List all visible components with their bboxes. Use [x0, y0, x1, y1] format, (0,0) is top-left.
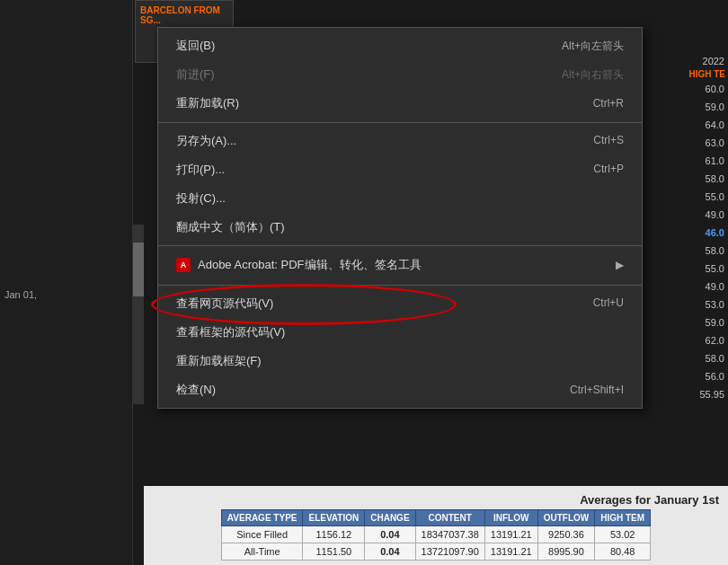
table-row: Since Filled 1156.12 0.04 18347037.38 13…	[221, 526, 650, 543]
menu-label-cast: 投射(C)...	[176, 190, 226, 207]
context-menu: 返回(B) Alt+向左箭头 前进(F) Alt+向右箭头 重新加载(R) Ct…	[157, 27, 643, 409]
menu-item-reload-frame[interactable]: 重新加载框架(F)	[158, 347, 642, 375]
num-62: 62.0	[679, 331, 728, 349]
col-header-outflow: OUTFLOW	[537, 510, 595, 526]
menu-label-view-frame-source: 查看框架的源代码(V)	[176, 324, 285, 340]
col-header-inflow: INFLOW	[484, 510, 537, 526]
averages-table: AVERAGE TYPE ELEVATION CHANGE CONTENT IN…	[221, 509, 651, 561]
menu-item-reload[interactable]: 重新加载(R) Ctrl+R	[158, 89, 642, 118]
cell-content-1: 18347037.38	[415, 526, 484, 543]
num-49a: 49.0	[679, 206, 728, 224]
menu-label-translate: 翻成中文（简体）(T)	[176, 219, 285, 235]
cell-high-tem-1: 53.02	[595, 526, 651, 543]
menu-item-cast[interactable]: 投射(C)...	[158, 184, 642, 213]
num-60: 60.0	[679, 80, 728, 98]
cell-change-2: 0.04	[365, 543, 415, 561]
numbers-column: 2022 HIGH TE 60.0 59.0 64.0 63.0 61.0 58…	[679, 0, 728, 467]
table-header-row: AVERAGE TYPE ELEVATION CHANGE CONTENT IN…	[221, 510, 650, 526]
cell-elevation-2: 1151.50	[303, 543, 365, 561]
menu-label-reload: 重新加载(R)	[176, 95, 239, 111]
menu-item-forward[interactable]: 前进(F) Alt+向右箭头	[158, 60, 642, 89]
submenu-arrow-icon: ▶	[616, 258, 624, 273]
acrobat-icon: A	[176, 258, 191, 272]
cell-high-tem-2: 80.48	[595, 543, 651, 561]
col-header-content: CONTENT	[415, 510, 484, 526]
separator-2	[158, 245, 642, 246]
cell-content-2: 13721097.90	[415, 543, 484, 561]
menu-label-acrobat: Adobe Acrobat: PDF编辑、转化、签名工具	[198, 257, 422, 273]
menu-item-view-source[interactable]: 查看网页源代码(V) Ctrl+U	[158, 289, 642, 318]
menu-label-forward: 前进(F)	[176, 66, 215, 83]
cell-outflow-1: 9250.36	[537, 526, 595, 543]
left-sidebar: Jan 01,	[0, 0, 133, 565]
menu-label-print: 打印(P)...	[176, 162, 225, 178]
col-header-average-type: AVERAGE TYPE	[221, 510, 303, 526]
table-title: Averages for January 1st	[144, 490, 728, 509]
num-55a: 55.0	[679, 188, 728, 206]
scrollbar-thumb[interactable]	[133, 243, 144, 296]
num-56: 56.0	[679, 367, 728, 385]
num-61: 61.0	[679, 152, 728, 170]
col-header-high-tem: HIGH TEM	[595, 510, 651, 526]
col-header-change: CHANGE	[365, 510, 415, 526]
menu-shortcut-forward: Alt+向右箭头	[562, 67, 624, 83]
menu-item-back[interactable]: 返回(B) Alt+向左箭头	[158, 31, 642, 60]
num-59: 59.0	[679, 98, 728, 116]
jan-date-text: Jan 01,	[0, 287, 133, 302]
num-64: 64.0	[679, 116, 728, 134]
num-5595: 55.95	[679, 385, 728, 403]
menu-label-back: 返回(B)	[176, 38, 215, 54]
cell-type-2: All-Time	[221, 543, 303, 561]
cell-type-1: Since Filled	[221, 526, 303, 543]
cell-elevation-1: 1156.12	[303, 526, 365, 543]
num-53: 53.0	[679, 296, 728, 313]
menu-shortcut-reload: Ctrl+R	[593, 96, 624, 111]
num-59b: 59.0	[679, 313, 728, 331]
menu-label-save-as: 另存为(A)...	[176, 133, 236, 149]
cell-inflow-1: 13191.21	[484, 526, 537, 543]
year-label: 2022	[679, 54, 728, 68]
num-58c: 58.0	[679, 349, 728, 367]
menu-shortcut-inspect: Ctrl+Shift+I	[570, 383, 624, 398]
num-46: 46.0	[679, 224, 728, 242]
separator-3	[158, 285, 642, 286]
menu-label-inspect: 检查(N)	[176, 382, 216, 398]
barcelona-title: BARCELON FROM SG...	[140, 5, 228, 25]
num-58a: 58.0	[679, 170, 728, 188]
scrollbar[interactable]	[133, 225, 144, 404]
col-header-elevation: ELEVATION	[303, 510, 365, 526]
cell-inflow-2: 13191.21	[484, 543, 537, 561]
menu-label-view-source: 查看网页源代码(V)	[176, 296, 273, 312]
menu-shortcut-print: Ctrl+P	[593, 162, 624, 177]
menu-item-acrobat[interactable]: A Adobe Acrobat: PDF编辑、转化、签名工具 ▶	[158, 250, 642, 280]
menu-item-print[interactable]: 打印(P)... Ctrl+P	[158, 155, 642, 184]
num-49b: 49.0	[679, 278, 728, 296]
menu-item-translate[interactable]: 翻成中文（简体）(T)	[158, 213, 642, 242]
menu-shortcut-back: Alt+向左箭头	[562, 39, 624, 54]
cell-outflow-2: 8995.90	[537, 543, 595, 561]
separator-1	[158, 122, 642, 123]
num-58b: 58.0	[679, 242, 728, 260]
num-55b: 55.0	[679, 260, 728, 278]
cell-change-1: 0.04	[365, 526, 415, 543]
menu-item-inspect[interactable]: 检查(N) Ctrl+Shift+I	[158, 375, 642, 404]
bottom-table-area: Averages for January 1st AVERAGE TYPE EL…	[144, 486, 728, 565]
menu-item-view-frame-source[interactable]: 查看框架的源代码(V)	[158, 318, 642, 347]
menu-shortcut-view-source: Ctrl+U	[593, 296, 624, 311]
table-row: All-Time 1151.50 0.04 13721097.90 13191.…	[221, 543, 650, 561]
num-63: 63.0	[679, 134, 728, 152]
menu-item-save-as[interactable]: 另存为(A)... Ctrl+S	[158, 127, 642, 155]
menu-shortcut-save-as: Ctrl+S	[593, 133, 624, 148]
menu-label-reload-frame: 重新加载框架(F)	[176, 353, 262, 369]
high-te-label: HIGH TE	[679, 68, 728, 80]
